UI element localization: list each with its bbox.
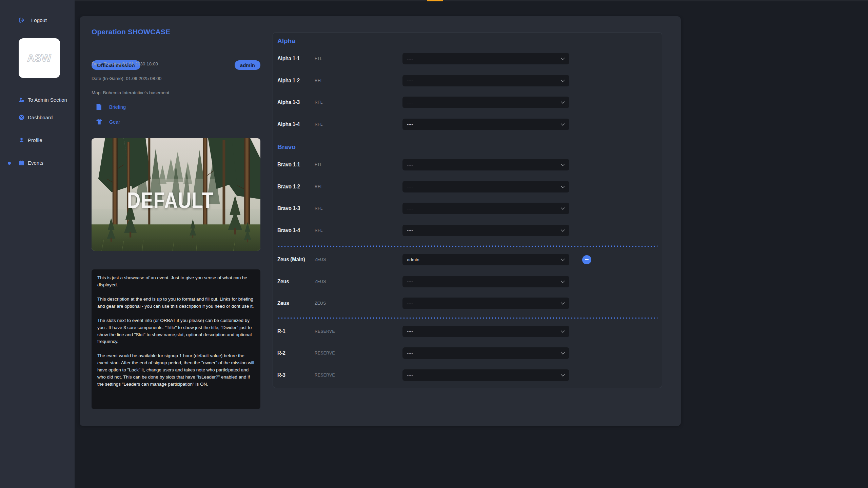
slot-assignee-select[interactable]: ---- [402,97,569,108]
sidebar-nav: To Admin Section Dashboard Profile Event… [0,96,75,182]
sidebar-item-label: Dashboard [28,115,53,120]
slot-name: R-2 [277,350,312,356]
slot-role: RESERVE [315,351,395,355]
event-image: DEFAULT [92,138,260,251]
remove-assignee-button[interactable] [582,255,591,264]
slot-role: FTL [315,56,395,61]
owner-badge: admin [235,60,260,70]
top-progress-track [75,0,868,1]
alpha-rows: Alpha 1-1 FTL ---- Alpha 1-2 RFL ---- Al… [277,48,657,135]
slot-row: Alpha 1-4 RFL ---- [277,114,657,136]
slot-name: Alpha 1-2 [277,78,312,84]
gear-link-label: Gear [109,119,120,125]
app-screen: Logout A3W To Admin Section Dashboard Pr… [0,0,868,488]
slot-row: Bravo 1-3 RFL ---- [277,198,657,220]
top-progress-thumb [427,0,443,1]
slot-role: RFL [315,206,395,211]
calendar-icon [19,160,24,166]
event-description: This is just a showcase of an event. Jus… [92,269,260,409]
slot-name: Zeus [277,300,312,306]
slot-row: R-3 RESERVE ---- [277,364,657,386]
sidebar-item-label: Profile [28,137,42,143]
slot-name: Bravo 1-3 [277,205,312,211]
slot-row: R-1 RESERVE ---- [277,321,657,343]
slot-role: RESERVE [315,373,395,378]
event-map: Map: Bohemia Interatctive's basement [92,90,169,95]
slot-name: Bravo 1-1 [277,162,312,168]
slot-row: R-2 RESERVE ---- [277,342,657,364]
event-image-label: DEFAULT [105,187,235,213]
slot-row: Alpha 1-1 FTL ---- [277,48,657,70]
slot-assignee-select[interactable]: ---- [402,347,569,359]
logout-label: Logout [31,17,47,23]
slot-row: Bravo 1-2 RFL ---- [277,176,657,198]
slot-name: Zeus [277,279,312,285]
logout-icon [19,17,25,23]
logo-text: A3W [27,52,52,64]
section-header-alpha: Alpha [277,36,657,46]
slot-row: Zeus ZEUS ---- [277,292,657,314]
sidebar-item-events[interactable]: Events [0,159,75,167]
slot-assignee-select[interactable]: ---- [402,276,569,287]
slot-name: Bravo 1-2 [277,184,312,190]
slot-role: ZEUS [315,257,395,262]
slot-assignee-select[interactable]: ---- [402,203,569,214]
zeus-rows: Zeus (Main) ZEUS admin Zeus ZEUS ---- Ze… [277,249,657,314]
dashboard-gauge-icon [19,115,24,120]
sidebar-item-admin-section[interactable]: To Admin Section [0,96,75,104]
slot-name: Alpha 1-4 [277,121,312,127]
slot-name: Bravo 1-4 [277,227,312,233]
slot-role: RFL [315,78,395,83]
reserve-rows: R-1 RESERVE ---- R-2 RESERVE ---- R-3 RE… [277,321,657,386]
slot-role: RFL [315,228,395,233]
section-header-bravo: Bravo [277,142,657,152]
slot-divider [277,317,657,319]
admin-user-shield-icon [19,97,24,103]
description-paragraph: The slots next to event info (or ORBAT i… [97,317,255,346]
slot-row: Bravo 1-4 RFL ---- [277,220,657,242]
slot-assignee-select[interactable]: ---- [402,119,569,130]
document-icon [96,104,102,110]
slot-divider [277,245,657,247]
slot-row: Zeus (Main) ZEUS admin [277,249,657,271]
event-title: Operation SHOWCASE [92,28,170,36]
slot-assignee-select[interactable]: admin [402,254,569,265]
sidebar-item-profile[interactable]: Profile [0,136,75,144]
slot-role: FTL [315,162,395,167]
event-date: Date: Tuesday 01.01 2030 18:00 [92,61,158,66]
slot-assignee-select[interactable]: ---- [402,181,569,192]
slot-assignee-select[interactable]: ---- [402,298,569,309]
slot-name: R-1 [277,328,312,334]
slot-name: R-3 [277,372,312,378]
slot-assignee-select[interactable]: ---- [402,326,569,337]
slot-role: RFL [315,184,395,189]
slot-name: Alpha 1-1 [277,56,312,62]
slot-row: Alpha 1-2 RFL ---- [277,70,657,92]
description-paragraph: This description at the end is up to you… [97,296,255,310]
event-card: Operation SHOWCASE Official mission admi… [80,16,681,426]
slot-assignee-select[interactable]: ---- [402,369,569,381]
gear-link[interactable]: Gear [92,119,120,125]
bravo-rows: Bravo 1-1 FTL ---- Bravo 1-2 RFL ---- Br… [277,154,657,241]
slot-role: ZEUS [315,301,395,306]
sidebar-item-label: Events [28,160,43,166]
community-logo[interactable]: A3W [19,38,60,78]
slot-role: RFL [315,100,395,105]
slot-row: Bravo 1-1 FTL ---- [277,154,657,176]
briefing-link[interactable]: Briefing [92,104,126,110]
active-page-dot [8,162,11,165]
description-paragraph: The event would be available for signup … [97,352,255,388]
slot-assignee-select[interactable]: ---- [402,53,569,64]
description-paragraph: This is just a showcase of an event. Jus… [97,274,255,289]
sidebar-item-label: To Admin Section [28,97,67,103]
sidebar-item-dashboard[interactable]: Dashboard [0,114,75,122]
tshirt-icon [96,119,102,125]
slot-assignee-select[interactable]: ---- [402,159,569,170]
logout-button[interactable]: Logout [0,13,75,27]
slot-role: RESERVE [315,329,395,334]
slot-row: Zeus ZEUS ---- [277,271,657,293]
slot-assignee-select[interactable]: ---- [402,75,569,86]
slot-assignee-select[interactable]: ---- [402,225,569,236]
sidebar: Logout A3W To Admin Section Dashboard Pr… [0,0,75,488]
slots-panel: Alpha Alpha 1-1 FTL ---- Alpha 1-2 RFL -… [273,32,662,388]
